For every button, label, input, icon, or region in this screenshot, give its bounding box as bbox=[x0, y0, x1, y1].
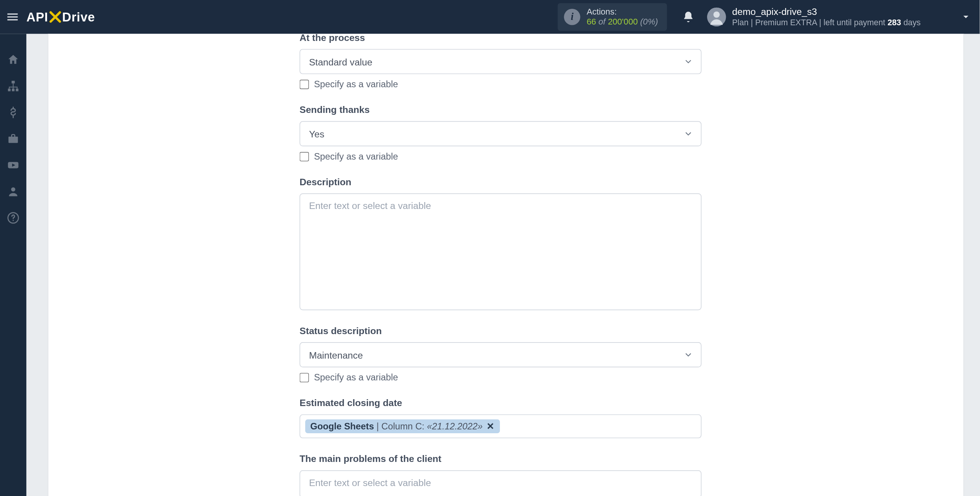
label-estimated-closing: Estimated closing date bbox=[300, 397, 702, 408]
select-status-description[interactable]: Maintenance bbox=[300, 342, 702, 367]
info-icon: i bbox=[564, 9, 580, 25]
notifications-button[interactable] bbox=[678, 7, 698, 27]
youtube-icon bbox=[7, 159, 20, 171]
label-status-description: Status description bbox=[300, 325, 702, 336]
field-estimated-closing: Estimated closing date Google Sheets | C… bbox=[300, 397, 702, 438]
label-at-process: At the process bbox=[300, 34, 702, 43]
app-header: API Drive i Actions: 66 of 200'000 (0%) bbox=[0, 0, 980, 34]
help-icon bbox=[7, 212, 20, 224]
form-panel: At the process Standard value Specify as… bbox=[48, 34, 964, 496]
label-main-problems: The main problems of the client bbox=[300, 453, 702, 464]
checkbox-at-process-variable[interactable]: Specify as a variable bbox=[300, 79, 702, 89]
actions-total: 200'000 bbox=[608, 17, 638, 26]
checkbox-input[interactable] bbox=[300, 373, 309, 382]
textarea-description[interactable]: Enter text or select a variable bbox=[300, 193, 702, 310]
label-sending-thanks: Sending thanks bbox=[300, 104, 702, 115]
checkbox-label: Specify as a variable bbox=[314, 372, 398, 382]
select-at-process-value: Standard value bbox=[309, 56, 372, 67]
select-at-process[interactable]: Standard value bbox=[300, 49, 702, 74]
actions-current: 66 bbox=[586, 17, 596, 26]
textarea-main-problems[interactable]: Enter text or select a variable bbox=[300, 470, 702, 496]
checkbox-input[interactable] bbox=[300, 80, 309, 89]
select-sending-thanks-value: Yes bbox=[309, 128, 324, 139]
svg-point-10 bbox=[13, 220, 14, 221]
home-icon bbox=[7, 53, 20, 66]
svg-point-8 bbox=[11, 187, 15, 191]
checkbox-label: Specify as a variable bbox=[314, 151, 398, 161]
logo-x-icon bbox=[48, 10, 62, 24]
logo[interactable]: API Drive bbox=[26, 10, 95, 24]
chevron-down-icon bbox=[683, 57, 693, 67]
logo-text-api: API bbox=[26, 10, 48, 24]
chevron-down-icon bbox=[683, 129, 693, 139]
sidebar-item-billing[interactable] bbox=[0, 99, 26, 126]
checkbox-label: Specify as a variable bbox=[314, 79, 398, 89]
hamburger-icon bbox=[6, 10, 20, 24]
svg-rect-3 bbox=[8, 89, 11, 91]
chip-separator: | bbox=[377, 421, 379, 431]
user-plan: Plan | Premium EXTRA | left until paymen… bbox=[732, 18, 921, 28]
user-icon bbox=[7, 185, 20, 198]
actions-counter[interactable]: i Actions: 66 of 200'000 (0%) bbox=[558, 3, 667, 31]
menu-toggle-button[interactable] bbox=[0, 0, 25, 34]
field-sending-thanks: Sending thanks Yes Specify as a variable bbox=[300, 104, 702, 161]
sidebar-item-account[interactable] bbox=[0, 178, 26, 205]
svg-point-1 bbox=[713, 11, 719, 18]
chip-input-estimated-closing[interactable]: Google Sheets | Column C: «21.12.2022» ✕ bbox=[300, 414, 702, 438]
field-status-description: Status description Maintenance Specify a… bbox=[300, 325, 702, 382]
textarea-placeholder: Enter text or select a variable bbox=[309, 477, 431, 488]
user-name: demo_apix-drive_s3 bbox=[732, 7, 921, 18]
briefcase-icon bbox=[7, 132, 20, 145]
actions-label: Actions: bbox=[586, 7, 658, 17]
user-info: demo_apix-drive_s3 Plan | Premium EXTRA … bbox=[732, 7, 921, 28]
main-content: At the process Standard value Specify as… bbox=[26, 34, 980, 496]
select-sending-thanks[interactable]: Yes bbox=[300, 121, 702, 147]
checkbox-input[interactable] bbox=[300, 152, 309, 161]
avatar bbox=[707, 8, 726, 26]
chip-remove-button[interactable]: ✕ bbox=[487, 421, 495, 431]
sidebar-item-videos[interactable] bbox=[0, 152, 26, 178]
bell-icon bbox=[682, 11, 694, 23]
chevron-down-icon bbox=[683, 350, 693, 360]
chevron-down-icon bbox=[961, 12, 971, 22]
sidebar bbox=[0, 34, 26, 496]
svg-rect-4 bbox=[12, 89, 15, 91]
svg-rect-5 bbox=[16, 89, 18, 91]
svg-rect-6 bbox=[8, 137, 18, 143]
dollar-icon bbox=[7, 106, 20, 119]
sidebar-item-connections[interactable] bbox=[0, 73, 26, 99]
field-main-problems: The main problems of the client Enter te… bbox=[300, 453, 702, 496]
user-menu[interactable]: demo_apix-drive_s3 Plan | Premium EXTRA … bbox=[707, 7, 921, 28]
chip-source: Google Sheets bbox=[310, 421, 374, 431]
logo-text-drive: Drive bbox=[62, 10, 95, 24]
sidebar-item-help[interactable] bbox=[0, 205, 26, 231]
chip-value: «21.12.2022» bbox=[427, 421, 483, 431]
user-avatar-icon bbox=[707, 8, 726, 26]
user-menu-caret[interactable] bbox=[958, 10, 973, 24]
variable-chip: Google Sheets | Column C: «21.12.2022» ✕ bbox=[305, 419, 500, 433]
field-description: Description Enter text or select a varia… bbox=[300, 176, 702, 310]
sitemap-icon bbox=[7, 80, 20, 92]
checkbox-sending-thanks-variable[interactable]: Specify as a variable bbox=[300, 151, 702, 161]
select-status-description-value: Maintenance bbox=[309, 349, 363, 360]
svg-rect-2 bbox=[11, 81, 15, 83]
chip-column: Column C: bbox=[381, 421, 424, 431]
label-description: Description bbox=[300, 176, 702, 187]
actions-of: of bbox=[598, 17, 605, 26]
textarea-placeholder: Enter text or select a variable bbox=[309, 200, 431, 211]
actions-pct: (0%) bbox=[640, 17, 658, 26]
actions-text: Actions: 66 of 200'000 (0%) bbox=[586, 7, 658, 27]
sidebar-item-business[interactable] bbox=[0, 126, 26, 152]
checkbox-status-description-variable[interactable]: Specify as a variable bbox=[300, 372, 702, 382]
field-at-process: At the process Standard value Specify as… bbox=[300, 34, 702, 89]
sidebar-item-home[interactable] bbox=[0, 46, 26, 73]
